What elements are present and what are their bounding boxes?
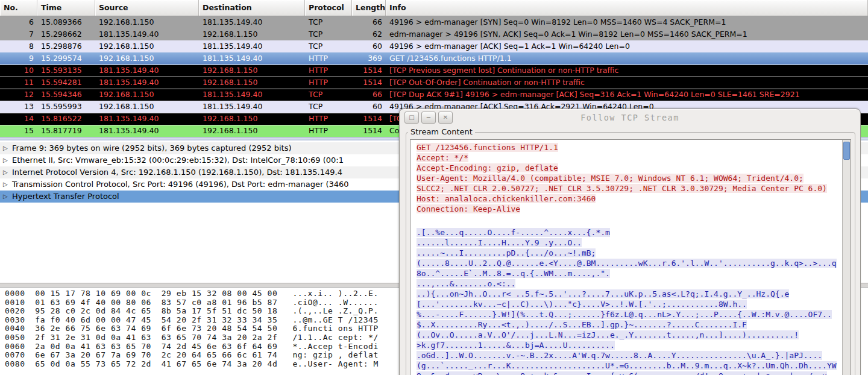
stream-content-groupbox: Stream Content GET /123456.functions HTT…: [406, 132, 855, 375]
stream-binary-line: (.....8....U..2..Q.@......e.<Y....@.BM..…: [417, 258, 842, 268]
packet-length: 66: [352, 89, 386, 101]
packet-source: 192.168.1.150: [95, 52, 199, 65]
stream-request-line: SLCC2; .NET CLR 2.0.50727; .NET CLR 3.5.…: [417, 183, 842, 194]
stream-binary-line: .oGd..]..W.O.......v.-~.B..2x....A'W.q.7…: [417, 350, 842, 361]
packet-no: 8: [0, 40, 37, 52]
packet-no: 12: [0, 89, 37, 101]
packet-destination: 192.168.1.150: [199, 77, 305, 89]
stream-text: GET /123456.functions HTTP/1.1 Accept: *…: [410, 140, 842, 375]
stream-request-line: GET /123456.functions HTTP/1.1: [417, 142, 842, 153]
packet-length: 62: [352, 28, 386, 40]
packet-list-header: No. Time Source Destination Protocol Len…: [0, 0, 868, 16]
window-button-icon[interactable]: −: [421, 112, 436, 124]
table-row[interactable]: 10 15.593135 181.135.149.40 192.168.1.15…: [0, 65, 868, 77]
packet-protocol: TCP: [305, 89, 352, 101]
table-row[interactable]: 12 15.594346 192.168.1.150 181.135.149.4…: [0, 89, 868, 101]
packet-destination: 181.135.149.40: [199, 16, 305, 28]
packet-info: edm-manager > 49196 [SYN, ACK] Seq=0 Ack…: [386, 28, 868, 40]
table-row[interactable]: 6 15.089366 192.168.1.150 181.135.149.40…: [0, 16, 868, 28]
packet-length: 60: [352, 40, 386, 52]
dialog-title: Follow TCP Stream: [400, 109, 860, 126]
stream-binary-line: 8o..^.....E`..M..8.=..q.{..WM...m....,."…: [417, 268, 842, 279]
packet-protocol: HTTP: [305, 77, 352, 89]
packet-source: 181.135.149.40: [95, 113, 199, 125]
packet-source: 181.135.149.40: [95, 77, 199, 89]
stream-binary-line: %...-....F......}.W!](%...t.Q...;......}…: [417, 309, 842, 320]
packet-info: [TCP Dup ACK 9#1] 49196 > edm-manager [A…: [386, 89, 868, 101]
stream-binary-line: (..Ov..O.....a.V..O'/...j...L.N...=izJ..…: [417, 330, 842, 340]
follow-tcp-stream-dialog: □ − ✕ Follow TCP Stream Stream Content G…: [399, 109, 861, 375]
packet-time: 15.298662: [37, 28, 95, 40]
table-row[interactable]: 11 15.594281 181.135.149.40 192.168.1.15…: [0, 77, 868, 89]
packet-no: 15: [0, 125, 37, 137]
packet-time: 15.298876: [37, 40, 95, 52]
expander-icon[interactable]: ▷: [3, 154, 8, 166]
packet-time: 15.816522: [37, 113, 95, 125]
packet-protocol: HTTP: [305, 65, 352, 77]
packet-length: 1514: [352, 125, 386, 137]
packet-time: 15.089366: [37, 16, 95, 28]
expander-icon[interactable]: ▷: [3, 191, 8, 203]
detail-label: Internet Protocol Version 4, Src: 192.16…: [12, 168, 342, 177]
packet-time: 15.299574: [37, 52, 95, 65]
packet-no: 10: [0, 65, 37, 77]
packet-length: 66: [352, 16, 386, 28]
column-header[interactable]: Info: [386, 0, 868, 16]
packet-protocol: TCP: [305, 16, 352, 28]
packet-protocol: HTTP: [305, 125, 352, 137]
packet-length: 1514: [352, 65, 386, 77]
stream-request-line: Accept: */*: [417, 153, 842, 163]
column-header[interactable]: Source: [95, 0, 199, 16]
packet-destination: 192.168.1.150: [199, 65, 305, 77]
column-header[interactable]: Destination: [199, 0, 305, 16]
stream-content-area[interactable]: GET /123456.functions HTTP/1.1 Accept: *…: [410, 139, 851, 375]
packet-info: 49196 > edm-manager [ACK] Seq=1 Ack=1 Wi…: [386, 40, 868, 52]
dialog-titlebar[interactable]: □ − ✕ Follow TCP Stream: [400, 109, 860, 126]
window-button-icon[interactable]: ✕: [438, 112, 453, 124]
packet-source: 192.168.1.150: [95, 101, 199, 113]
stream-scrollbar[interactable]: [842, 140, 851, 375]
expander-icon[interactable]: ▷: [3, 142, 8, 154]
table-row[interactable]: 7 15.298662 181.135.149.40 192.168.1.150…: [0, 28, 868, 40]
packet-no: 11: [0, 77, 37, 89]
stream-request-line: Host: analaloca.chickenkiller.com:3460: [417, 194, 842, 204]
table-row[interactable]: 8 15.298876 192.168.1.150 181.135.149.40…: [0, 40, 868, 52]
packet-time: 15.594346: [37, 89, 95, 101]
expander-icon[interactable]: ▷: [3, 166, 8, 178]
packet-time: 15.595993: [37, 101, 95, 113]
packet-info: 49196 > edm-manager [SYN] Seq=0 Win=8192…: [386, 16, 868, 28]
stream-request-line: User-Agent: Mozilla/4.0 (compatible; MSI…: [417, 173, 842, 183]
packet-source: 192.168.1.150: [95, 89, 199, 101]
packet-no: 14: [0, 113, 37, 125]
stream-request-line: Accept-Encoding: gzip, deflate: [417, 163, 842, 173]
packet-source: 181.135.149.40: [95, 65, 199, 77]
packet-destination: 192.168.1.150: [199, 113, 305, 125]
stream-binary-line: ......l......I....H....Y.9 .y...O..: [417, 238, 842, 248]
packet-length: 1514: [352, 77, 386, 89]
column-header[interactable]: No.: [0, 0, 37, 16]
column-header[interactable]: Length: [352, 0, 386, 16]
stream-request-line: Connection: Keep-Alive: [417, 204, 842, 214]
packet-time: 15.594281: [37, 77, 95, 89]
stream-scrollbar-thumb[interactable]: [843, 142, 850, 160]
stream-binary-line: [...'.......kv...~c|..C)...\)..."c}....V…: [417, 299, 842, 309]
wireshark-window: No. Time Source Destination Protocol Len…: [0, 0, 868, 375]
stream-binary-line: .....~...I.........pD..{.../o...~!.mB;: [417, 248, 842, 258]
table-row[interactable]: 9 15.299574 192.168.1.150 181.135.149.40…: [0, 52, 868, 65]
column-header[interactable]: Time: [37, 0, 95, 16]
stream-binary-line: >k.gf7.......1.....&...bj=A....U........…: [417, 340, 842, 350]
packet-no: 9: [0, 52, 37, 65]
packet-time: 15.593135: [37, 65, 95, 77]
packet-source: 192.168.1.150: [95, 16, 199, 28]
packet-destination: 181.135.149.40: [199, 52, 305, 65]
stream-binary-line: (g...`....._...r...K....................…: [417, 361, 842, 371]
stream-binary-line: $..X.........Ry...<t.,.)..../..S...EB..]…: [417, 320, 842, 330]
packet-info: [TCP Out-Of-Order] Continuation or non-H…: [386, 77, 868, 89]
window-button-icon[interactable]: □: [404, 112, 419, 124]
expander-icon[interactable]: ▷: [3, 178, 8, 191]
packet-destination: 192.168.1.150: [199, 28, 305, 40]
http-request-block: GET /123456.functions HTTP/1.1 Accept: *…: [417, 142, 842, 214]
blank-line: [417, 214, 842, 227]
column-header[interactable]: Protocol: [305, 0, 352, 16]
packet-length: 369: [352, 52, 386, 65]
